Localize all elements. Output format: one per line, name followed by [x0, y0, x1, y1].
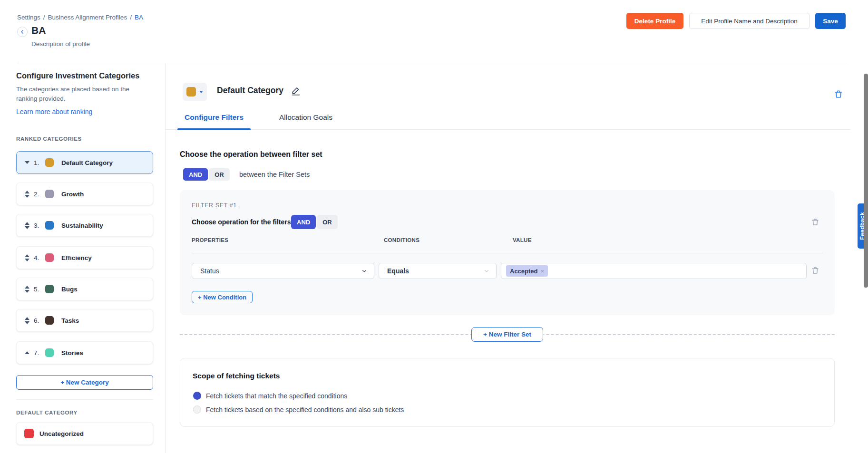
- tab-configure-filters[interactable]: Configure Filters: [177, 110, 251, 130]
- or-toggle[interactable]: OR: [317, 215, 338, 229]
- category-rank: 6.: [34, 317, 42, 324]
- category-rank: 1.: [34, 159, 42, 166]
- value-input[interactable]: Accepted ×: [501, 263, 807, 279]
- category-color-swatch: [45, 253, 54, 262]
- ranked-categories-label: RANKED CATEGORIES: [16, 136, 82, 142]
- tab-label: Configure Filters: [185, 113, 244, 122]
- filter-sets-operator-toggle: AND OR: [183, 168, 230, 181]
- breadcrumb-section[interactable]: Business Alignment Profiles: [48, 14, 127, 21]
- delete-profile-button[interactable]: Delete Profile: [626, 13, 683, 29]
- move-down-icon[interactable]: [25, 259, 29, 261]
- sort-arrows: [24, 351, 30, 354]
- category-card-efficiency[interactable]: 4. Efficiency: [16, 246, 153, 269]
- category-name: Uncategorized: [39, 430, 84, 437]
- category-name: Efficiency: [61, 254, 92, 261]
- chip-remove-icon[interactable]: ×: [541, 268, 545, 275]
- delete-condition-icon[interactable]: [811, 266, 819, 275]
- move-down-icon[interactable]: [25, 161, 29, 164]
- category-card-growth[interactable]: 2. Growth: [16, 183, 153, 205]
- chevron-down-icon: [484, 268, 489, 274]
- tabs: Configure Filters Allocation Goals: [177, 110, 340, 130]
- and-toggle[interactable]: AND: [291, 215, 316, 229]
- move-up-icon[interactable]: [25, 254, 29, 257]
- category-name: Bugs: [61, 286, 78, 293]
- delete-category-icon[interactable]: [834, 89, 843, 99]
- column-value: VALUE: [513, 237, 532, 243]
- and-toggle[interactable]: AND: [183, 168, 208, 181]
- tab-label: Allocation Goals: [279, 113, 332, 122]
- scrollbar-thumb[interactable]: [864, 74, 868, 288]
- property-select[interactable]: Status: [192, 263, 374, 279]
- or-toggle[interactable]: OR: [209, 168, 230, 181]
- move-up-icon[interactable]: [25, 191, 29, 193]
- radio-label: Fetch tickets that match the specified c…: [206, 392, 347, 400]
- move-down-icon[interactable]: [25, 321, 29, 324]
- category-rank: 5.: [34, 286, 42, 293]
- condition-select[interactable]: Equals: [379, 263, 497, 279]
- edit-profile-button[interactable]: Edit Profile Name and Description: [689, 13, 809, 29]
- scope-option-sub-tickets[interactable]: Fetch tickets based on the specified con…: [193, 405, 404, 414]
- category-rank: 2.: [34, 191, 42, 198]
- chevron-left-icon: [20, 29, 25, 35]
- chevron-down-icon: [361, 268, 367, 274]
- new-filter-set-button[interactable]: + New Filter Set: [471, 327, 543, 342]
- filter-set-card: FILTER SET #1 Choose operation for the f…: [180, 190, 835, 315]
- move-down-icon[interactable]: [25, 195, 29, 198]
- column-properties: PROPERTIES: [192, 237, 228, 243]
- tab-allocation-goals[interactable]: Allocation Goals: [272, 110, 340, 130]
- category-rank: 7.: [34, 349, 42, 357]
- category-color-swatch: [45, 158, 54, 167]
- category-title-row: Default Category: [217, 86, 301, 96]
- category-card-sustainability[interactable]: 3. Sustainability: [16, 214, 153, 237]
- radio-unselected-icon[interactable]: [193, 405, 201, 414]
- radio-selected-icon[interactable]: [193, 392, 201, 400]
- filters-operator-toggle: AND OR: [291, 215, 338, 229]
- topbar-actions: Delete Profile Edit Profile Name and Des…: [626, 13, 846, 29]
- filter-operation-label: Choose operation for the filters: [192, 218, 291, 226]
- edit-pencil-icon[interactable]: [291, 86, 301, 96]
- save-button[interactable]: Save: [815, 13, 846, 29]
- scope-card: Scope of fetching tickets Fetch tickets …: [180, 358, 835, 427]
- move-up-icon[interactable]: [25, 317, 29, 320]
- sidebar-subtitle: The categories are placed based on the r…: [16, 85, 136, 104]
- category-name: Growth: [61, 191, 84, 198]
- category-name: Tasks: [61, 317, 79, 324]
- sidebar-title: Configure Investment Categories: [16, 71, 139, 80]
- sort-arrows: [24, 191, 30, 198]
- sidebar-divider: [16, 399, 153, 400]
- uncategorized-card[interactable]: Uncategorized: [16, 422, 153, 445]
- category-name: Sustainability: [61, 222, 103, 229]
- move-up-icon[interactable]: [25, 286, 29, 289]
- move-up-icon[interactable]: [25, 351, 29, 354]
- breadcrumb: Settings / Business Alignment Profiles /…: [17, 14, 143, 21]
- category-card-tasks[interactable]: 6. Tasks: [16, 309, 153, 332]
- condition-select-value: Equals: [387, 267, 409, 275]
- sort-arrows: [24, 317, 30, 324]
- move-down-icon[interactable]: [25, 290, 29, 293]
- new-category-button[interactable]: + New Category: [16, 375, 153, 390]
- move-down-icon[interactable]: [25, 226, 29, 229]
- back-button[interactable]: [17, 27, 28, 37]
- scope-option-match[interactable]: Fetch tickets that match the specified c…: [193, 392, 347, 400]
- learn-more-link[interactable]: Learn more about ranking: [16, 108, 92, 116]
- column-conditions: CONDITIONS: [384, 237, 419, 243]
- page: Settings / Business Alignment Profiles /…: [0, 0, 868, 453]
- value-chip: Accepted ×: [506, 265, 548, 277]
- category-card-stories[interactable]: 7. Stories: [16, 341, 153, 364]
- category-color-swatch: [45, 316, 54, 325]
- move-up-icon[interactable]: [25, 222, 29, 225]
- sort-arrows: [24, 254, 30, 261]
- page-title: BA: [31, 25, 46, 36]
- category-card-default-category[interactable]: 1. Default Category: [16, 151, 153, 174]
- chevron-down-icon: [199, 91, 203, 93]
- new-condition-button[interactable]: + New Condition: [192, 291, 253, 303]
- default-category-label: DEFAULT CATEGORY: [16, 410, 78, 415]
- breadcrumb-settings[interactable]: Settings: [17, 14, 40, 21]
- breadcrumb-current[interactable]: BA: [135, 14, 143, 21]
- category-rank: 3.: [34, 222, 42, 229]
- category-color-picker[interactable]: [183, 83, 207, 101]
- category-card-bugs[interactable]: 5. Bugs: [16, 278, 153, 300]
- sidebar-main-divider: [165, 63, 166, 453]
- delete-filter-set-icon[interactable]: [811, 218, 819, 226]
- category-color-swatch: [45, 285, 54, 293]
